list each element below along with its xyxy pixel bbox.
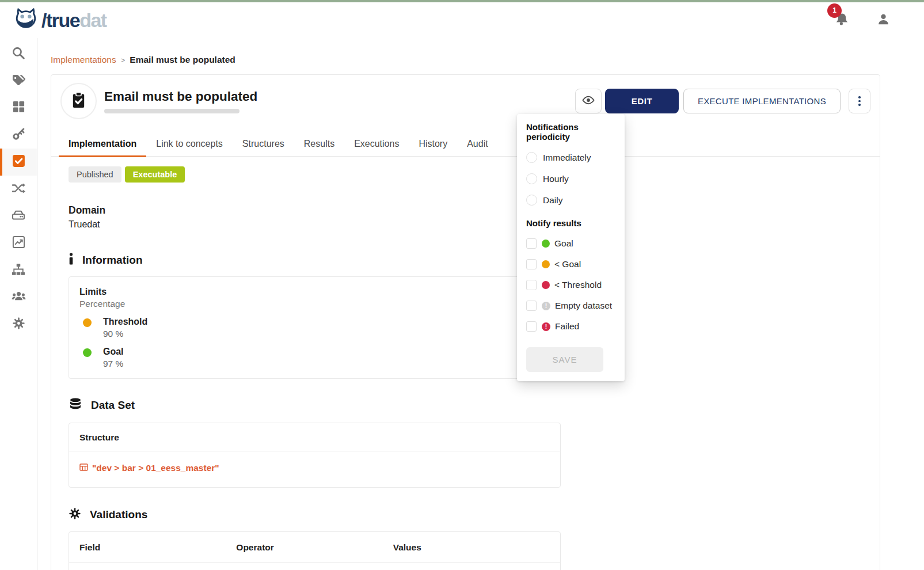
owl-logo-icon: [13, 6, 39, 35]
domain-block: Domain Truedat: [69, 204, 880, 230]
radio-hourly[interactable]: Hourly: [526, 173, 616, 184]
validations-card: Field Operator Values "email1" "is not e…: [69, 531, 561, 570]
title-underline-bar: [104, 109, 239, 113]
tab-link-to-concepts[interactable]: Link to concepts: [146, 133, 233, 157]
shuffle-icon: [12, 181, 25, 197]
logo-text: /truedat: [41, 10, 107, 30]
sidebar-item-permissions[interactable]: [0, 121, 37, 149]
user-menu-button[interactable]: [876, 12, 891, 29]
domain-label: Domain: [69, 204, 880, 216]
divider: [69, 451, 560, 451]
database-icon: [69, 397, 82, 413]
check-square-icon: [12, 154, 26, 170]
checkbox-icon[interactable]: [526, 321, 537, 332]
notifications-bell-button[interactable]: 1: [834, 12, 850, 29]
main-content: Implementations > Email must be populate…: [37, 38, 924, 570]
radio-daily[interactable]: Daily: [526, 195, 616, 206]
sidebar-item-modules[interactable]: [0, 94, 37, 121]
notify-results-title: Notify results: [526, 218, 616, 228]
status-badge-published: Published: [69, 166, 121, 183]
hard-drive-icon: [12, 208, 25, 225]
tab-bar: Implementation Link to concepts Structur…: [51, 133, 880, 157]
tab-audit[interactable]: Audit: [457, 133, 497, 157]
sidebar-item-search[interactable]: [0, 40, 37, 67]
clipboard-check-icon: [70, 91, 88, 111]
sidebar-item-settings[interactable]: [0, 311, 37, 338]
page: /truedat 1: [0, 0, 924, 570]
empty-dataset-exclamation-icon: !: [542, 302, 550, 310]
page-title: Email must be populated: [104, 89, 257, 104]
under-threshold-status-dot: [542, 281, 550, 289]
grid-icon: [12, 100, 25, 116]
radio-icon[interactable]: [526, 173, 537, 184]
execute-implementations-button[interactable]: EXECUTE IMPLEMENTATIONS: [683, 89, 841, 113]
key-icon: [12, 127, 25, 143]
information-section-heading: Information: [69, 253, 880, 267]
checkbox-under-goal[interactable]: < Goal: [526, 259, 616, 269]
tab-history[interactable]: History: [409, 133, 457, 157]
radio-immediately[interactable]: Immediately: [526, 152, 616, 163]
users-icon: [12, 289, 26, 306]
sidebar-item-dashboards[interactable]: [0, 230, 37, 257]
tab-results[interactable]: Results: [294, 133, 344, 157]
sidebar-item-quality[interactable]: [0, 149, 37, 176]
checkbox-under-threshold[interactable]: < Threshold: [526, 280, 616, 290]
goal-value: 97 %: [103, 359, 124, 369]
sidebar-item-lineage[interactable]: [0, 176, 37, 203]
checkbox-empty-dataset[interactable]: ! Empty dataset: [526, 301, 616, 311]
status-badges: Published Executable: [69, 166, 880, 183]
validations-header-row: Field Operator Values: [79, 542, 550, 562]
sidebar-item-domains[interactable]: [0, 257, 37, 284]
preview-button[interactable]: [575, 89, 602, 113]
failed-exclamation-icon: !: [542, 322, 550, 331]
domain-value: Truedat: [69, 219, 880, 230]
dataset-section-heading: Data Set: [69, 397, 880, 413]
column-values: Values: [393, 542, 550, 562]
limits-card: Limits Percentage Threshold 90 % Goal: [69, 276, 561, 379]
structure-link[interactable]: "dev > bar > 01_eess_master": [79, 463, 550, 473]
checkbox-goal[interactable]: Goal: [526, 238, 616, 249]
checkbox-failed[interactable]: ! Failed: [526, 321, 616, 332]
radio-icon[interactable]: [526, 152, 537, 163]
sidebar-item-user-groups[interactable]: [0, 284, 37, 311]
tab-structures[interactable]: Structures: [233, 133, 294, 157]
limit-goal: Goal 97 %: [79, 347, 550, 369]
gear-icon: [12, 317, 25, 332]
kebab-icon: [858, 96, 861, 98]
tab-implementation[interactable]: Implementation: [59, 133, 146, 157]
save-button[interactable]: SAVE: [526, 347, 603, 372]
checkbox-icon[interactable]: [526, 301, 537, 311]
threshold-label: Threshold: [103, 317, 147, 327]
divider: [69, 562, 560, 563]
search-icon: [12, 46, 25, 62]
gear-icon: [69, 507, 81, 522]
limits-subtitle: Percentage: [79, 299, 550, 309]
notifications-popover: Notifications periodicity Immediately Ho…: [517, 114, 625, 381]
sidebar: [0, 38, 37, 570]
breadcrumb-implementations-link[interactable]: Implementations: [51, 55, 116, 65]
structure-card: Structure "dev > bar > 01_eess_master": [69, 423, 561, 488]
radio-icon[interactable]: [526, 195, 537, 206]
goal-status-dot: [542, 240, 550, 248]
logo-text-secondary: dat: [79, 9, 107, 31]
goal-label: Goal: [103, 347, 124, 357]
checkbox-icon[interactable]: [526, 238, 537, 249]
bell-icon: [834, 19, 850, 29]
more-options-button[interactable]: [849, 89, 870, 113]
breadcrumb-current: Email must be populated: [130, 55, 235, 65]
truedat-logo[interactable]: /truedat: [13, 6, 107, 35]
status-badge-executable: Executable: [125, 166, 185, 183]
tab-executions[interactable]: Executions: [344, 133, 409, 157]
threshold-value: 90 %: [103, 329, 147, 339]
column-operator: Operator: [236, 542, 393, 562]
sidebar-item-data-sources[interactable]: [0, 203, 37, 230]
sidebar-item-tags[interactable]: [0, 67, 37, 94]
column-field: Field: [79, 542, 236, 562]
threshold-dot: [83, 318, 92, 327]
checkbox-icon[interactable]: [526, 280, 537, 290]
validations-section-heading: Validations: [69, 507, 880, 522]
checkbox-icon[interactable]: [526, 259, 537, 269]
dataset-title: Data Set: [91, 399, 135, 412]
implementation-avatar: [60, 83, 97, 119]
edit-button[interactable]: EDIT: [605, 89, 679, 113]
